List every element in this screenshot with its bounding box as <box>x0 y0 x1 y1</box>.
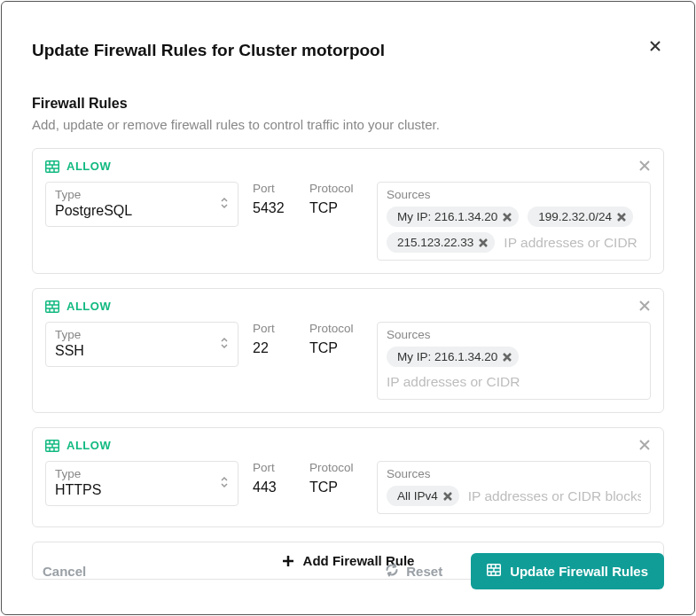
section-description: Add, update or remove firewall rules to … <box>32 117 664 132</box>
source-chip-label: My IP: 216.1.34.20 <box>397 210 497 223</box>
submit-label: Update Firewall Rules <box>510 564 648 579</box>
dialog-footer: Cancel Reset Update Firewall Rules <box>32 553 664 589</box>
sources-field[interactable]: Sources My IP: 216.1.34.20 199.2.32.0/24… <box>377 182 651 261</box>
reset-button[interactable]: Reset <box>374 554 453 589</box>
remove-chip-icon[interactable] <box>479 238 488 247</box>
chevron-updown-icon <box>220 197 229 213</box>
sources-label: Sources <box>387 328 641 341</box>
protocol-label: Protocol <box>309 182 363 195</box>
delete-rule-icon[interactable] <box>638 160 651 175</box>
protocol-column: Protocol TCP <box>309 461 363 495</box>
remove-chip-icon[interactable] <box>503 353 512 362</box>
source-chip: All IPv4 <box>387 486 459 506</box>
port-label: Port <box>253 322 295 335</box>
port-column: Port 443 <box>253 461 295 495</box>
delete-rule-icon[interactable] <box>638 300 651 316</box>
protocol-value: TCP <box>309 340 363 356</box>
type-value: PostgreSQL <box>55 203 229 219</box>
rule-action-label: ALLOW <box>66 300 111 313</box>
sources-input[interactable] <box>504 233 641 253</box>
rule-header: ALLOW <box>45 300 651 313</box>
port-value: 22 <box>253 340 295 356</box>
source-chip-label: My IP: 216.1.34.20 <box>397 350 497 363</box>
type-select[interactable]: Type HTTPS <box>45 461 239 506</box>
rule-header: ALLOW <box>45 439 651 452</box>
sources-field[interactable]: Sources My IP: 216.1.34.20 <box>377 322 651 400</box>
sources-input[interactable] <box>387 372 641 392</box>
protocol-column: Protocol TCP <box>309 182 363 216</box>
port-value: 443 <box>253 480 295 495</box>
protocol-value: TCP <box>309 480 363 495</box>
source-chip-label: All IPv4 <box>397 489 438 503</box>
remove-chip-icon[interactable] <box>617 213 626 222</box>
sources-label: Sources <box>387 188 641 201</box>
sources-field[interactable]: Sources All IPv4 <box>377 461 651 514</box>
sources-label: Sources <box>387 467 641 480</box>
type-value: SSH <box>55 343 229 359</box>
close-icon[interactable] <box>646 37 664 55</box>
port-label: Port <box>253 461 295 474</box>
section-heading: Firewall Rules <box>32 96 664 112</box>
sources-input[interactable] <box>468 487 641 506</box>
firewall-rule: ALLOW Type PostgreSQL Port 5432 P <box>32 148 664 274</box>
submit-button[interactable]: Update Firewall Rules <box>471 553 664 589</box>
source-chip-label: 199.2.32.0/24 <box>538 210 612 223</box>
dialog-title-prefix: Update Firewall Rules for Cluster <box>32 41 297 59</box>
source-chip: My IP: 216.1.34.20 <box>387 207 519 227</box>
type-select[interactable]: Type SSH <box>45 322 239 367</box>
protocol-label: Protocol <box>309 322 363 335</box>
type-label: Type <box>55 188 229 201</box>
firewall-icon <box>45 300 59 313</box>
protocol-column: Protocol TCP <box>309 322 363 356</box>
protocol-label: Protocol <box>309 461 363 474</box>
firewall-icon <box>487 564 501 579</box>
firewall-dialog: Update Firewall Rules for Cluster motorp… <box>1 1 695 615</box>
source-chip: 199.2.32.0/24 <box>528 207 633 227</box>
port-label: Port <box>253 182 295 195</box>
port-column: Port 22 <box>253 322 295 356</box>
reset-icon <box>385 563 399 580</box>
firewall-rule: ALLOW Type HTTPS Port 443 Protoco <box>32 427 664 527</box>
cluster-name: motorpool <box>301 41 385 59</box>
rule-action-label: ALLOW <box>66 439 111 452</box>
rule-header: ALLOW <box>45 160 651 173</box>
dialog-title: Update Firewall Rules for Cluster motorp… <box>32 41 664 60</box>
type-value: HTTPS <box>55 482 229 498</box>
source-chip: 215.123.22.33 <box>387 232 495 253</box>
delete-rule-icon[interactable] <box>638 439 651 455</box>
type-label: Type <box>55 467 229 480</box>
port-column: Port 5432 <box>253 182 295 216</box>
port-value: 5432 <box>253 200 295 216</box>
source-chip: My IP: 216.1.34.20 <box>387 347 519 367</box>
type-label: Type <box>55 328 229 341</box>
cancel-button[interactable]: Cancel <box>32 555 97 588</box>
source-chip-label: 215.123.22.33 <box>397 236 473 249</box>
protocol-value: TCP <box>309 200 363 216</box>
remove-chip-icon[interactable] <box>503 213 512 222</box>
firewall-icon <box>45 160 59 173</box>
rules-list: ALLOW Type PostgreSQL Port 5432 P <box>32 148 664 527</box>
reset-label: Reset <box>406 564 442 579</box>
rule-action-label: ALLOW <box>66 160 111 173</box>
type-select[interactable]: Type PostgreSQL <box>45 182 239 227</box>
firewall-icon <box>45 440 59 452</box>
firewall-rule: ALLOW Type SSH Port 22 Protocol <box>32 288 664 413</box>
chevron-updown-icon <box>220 337 229 353</box>
remove-chip-icon[interactable] <box>443 492 452 501</box>
chevron-updown-icon <box>220 476 229 492</box>
